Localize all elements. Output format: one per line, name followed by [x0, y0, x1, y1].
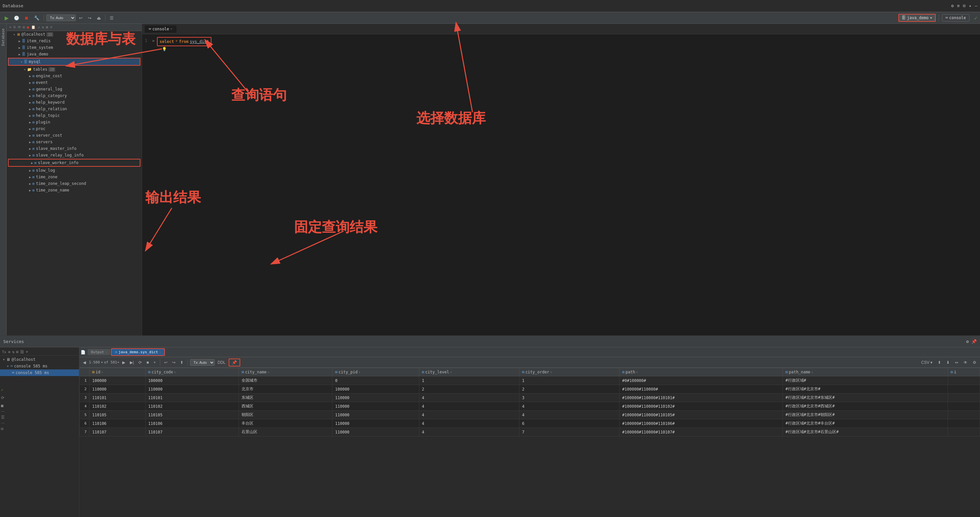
- tree-servers[interactable]: ▶ ⊞ servers: [6, 139, 142, 145]
- close-output[interactable]: ×: [105, 350, 107, 354]
- cell-city-pid[interactable]: 110000: [332, 411, 419, 419]
- close-tab-button[interactable]: ×: [170, 27, 172, 31]
- cell-path-name[interactable]: #行政区域#北京市#西城区#: [783, 402, 948, 411]
- next-page-btn[interactable]: ▶: [121, 360, 127, 365]
- cell-city-name[interactable]: 石景山区: [239, 428, 332, 436]
- cell-city-level[interactable]: 2: [419, 385, 519, 393]
- cancel-button[interactable]: ⏏: [95, 14, 103, 21]
- stop-button[interactable]: ⏹: [22, 14, 31, 21]
- tree-slave-worker-info[interactable]: ▶ ⊞ slave_worker_info: [9, 159, 140, 166]
- svc-list-icon[interactable]: ☰: [1, 415, 5, 420]
- table-row[interactable]: 2 110000 110000 北京市 100000 2 2 #100000#1…: [80, 385, 980, 393]
- th-city-name[interactable]: ⊞ city_name ⇅: [239, 368, 332, 376]
- cell-path[interactable]: #100000#110000#110106#: [619, 419, 783, 428]
- cell-city-name[interactable]: 西城区: [239, 402, 332, 411]
- history-button[interactable]: 🕐: [12, 14, 21, 21]
- cell-city-level[interactable]: 4: [419, 393, 519, 402]
- svc-split-btn[interactable]: ⇅: [12, 350, 14, 354]
- cell-city-name[interactable]: 东城区: [239, 393, 332, 402]
- cell-id[interactable]: 110101: [89, 393, 146, 402]
- cell-id[interactable]: 110106: [89, 419, 146, 428]
- undo-button[interactable]: ↩: [77, 14, 84, 21]
- cell-id[interactable]: 110000: [89, 385, 146, 393]
- cell-path[interactable]: #100000#110000#110102#: [619, 402, 783, 411]
- cell-city-name[interactable]: 丰台区: [239, 419, 332, 428]
- last-page-btn[interactable]: ▶|: [128, 360, 135, 365]
- table-row[interactable]: 5 110105 110105 朝阳区 110000 4 4 #100000#1…: [80, 411, 980, 419]
- top-gear-icon[interactable]: ✦: [969, 3, 971, 8]
- th-path[interactable]: ⊞ path ⇅: [619, 368, 783, 376]
- cell-city-code[interactable]: 100000: [145, 376, 239, 385]
- sidebar-query-btn[interactable]: ↗: [38, 25, 40, 29]
- th-city-level[interactable]: ⊞ city_level ⇅: [419, 368, 519, 376]
- cell-city-name[interactable]: 朝阳区: [239, 411, 332, 419]
- services-console-parent[interactable]: ▾ ⌨ console 585 ms: [0, 363, 79, 370]
- redo-button[interactable]: ↪: [86, 14, 94, 21]
- sort-icon-city-level[interactable]: ⇅: [450, 370, 452, 374]
- services-pin-icon[interactable]: 📌: [971, 339, 977, 344]
- cell-city-pid[interactable]: 100000: [332, 385, 419, 393]
- table-row[interactable]: 7 110107 110107 石景山区 110000 4 7 #100000#…: [80, 428, 980, 436]
- tree-slow-log[interactable]: ▶ ⊞ slow_log: [6, 167, 142, 174]
- cell-city-code[interactable]: 110000: [145, 385, 239, 393]
- tree-server-cost[interactable]: ▶ ⊞ server_cost: [6, 132, 142, 139]
- sort-icon-city-name[interactable]: ⇅: [267, 370, 269, 374]
- settings-result-btn[interactable]: ⚙: [971, 360, 978, 365]
- sort-icon-path-name[interactable]: ⇅: [811, 370, 813, 374]
- cell-path-name[interactable]: #行政区域#北京市#: [783, 385, 948, 393]
- cell-id[interactable]: 110105: [89, 411, 146, 419]
- sort-icon-city-pid[interactable]: ⇅: [358, 370, 360, 374]
- tree-item-java-demo[interactable]: ▶ 🗄 java_demo: [6, 51, 142, 57]
- pin-btn[interactable]: 📌: [230, 360, 239, 365]
- db-selector[interactable]: 🗄 java_demo ▾: [898, 14, 935, 22]
- services-console-child[interactable]: ⌨ console 585 ms: [0, 370, 79, 376]
- export-up-btn[interactable]: ⬆: [936, 360, 943, 365]
- compare-btn[interactable]: ⇔: [953, 360, 960, 365]
- tree-time-zone[interactable]: ▶ ⊞ time_zone: [6, 174, 142, 180]
- result-tab-java-demo[interactable]: ⊞ java_demo.sys_dict ×: [111, 348, 165, 356]
- cell-city-level[interactable]: 4: [419, 402, 519, 411]
- th-path-name[interactable]: ⊞ path_name ⇅: [783, 368, 948, 376]
- tx-auto-selector[interactable]: Tx: Auto Tx: Manual: [46, 14, 76, 21]
- sort-icon-id[interactable]: ⇅: [102, 370, 103, 374]
- tree-event[interactable]: ▶ ⊞ event: [6, 79, 142, 86]
- cell-city-pid[interactable]: 110000: [332, 393, 419, 402]
- export-csv-btn[interactable]: CSV ▾: [920, 360, 934, 365]
- stop-results-btn[interactable]: ■: [145, 360, 150, 365]
- close-java-demo[interactable]: ×: [159, 350, 161, 354]
- th-more[interactable]: ⊞ i: [948, 368, 980, 376]
- cell-path-name[interactable]: #行政区域#: [783, 376, 948, 385]
- cell-city-order[interactable]: 1: [519, 376, 619, 385]
- svc-col-icon[interactable]: ⊟: [1, 427, 5, 431]
- cell-id[interactable]: 110102: [89, 402, 146, 411]
- cell-city-code[interactable]: 110106: [145, 419, 239, 428]
- cell-path-name[interactable]: #行政区域#北京市#朝阳区#: [783, 411, 948, 419]
- cell-city-order[interactable]: 4: [519, 411, 619, 419]
- sort-icon-city-order[interactable]: ⇅: [550, 370, 552, 374]
- top-minus-icon[interactable]: —: [975, 3, 977, 8]
- cell-city-order[interactable]: 6: [519, 419, 619, 428]
- ddl-btn[interactable]: DDL: [216, 360, 228, 365]
- cell-city-order[interactable]: 4: [519, 402, 619, 411]
- console-tab-right[interactable]: ⌨ console: [942, 14, 970, 21]
- cell-path[interactable]: #0#100000#: [619, 376, 783, 385]
- sidebar-view-btn[interactable]: ⊞: [46, 25, 48, 29]
- cell-city-name[interactable]: 北京市: [239, 385, 332, 393]
- tree-time-zone-leap[interactable]: ▶ ⊞ time_zone_leap_second: [6, 180, 142, 187]
- tree-help-topic[interactable]: ▶ ⊞ help_topic: [6, 112, 142, 119]
- cell-city-level[interactable]: 4: [419, 428, 519, 436]
- tree-proc[interactable]: ▶ ⊞ proc: [6, 125, 142, 132]
- run-query-button[interactable]: ▶: [3, 14, 11, 22]
- tree-engine-cost[interactable]: ▶ ⊞ engine_cost: [6, 73, 142, 79]
- top-menu-icon[interactable]: ≡: [957, 3, 960, 8]
- svc-link-btn[interactable]: ⛓: [20, 350, 24, 354]
- sort-icon-path[interactable]: ⇅: [636, 370, 638, 374]
- cell-path[interactable]: #100000#110000#110101#: [619, 393, 783, 402]
- sidebar-sync-btn[interactable]: ⇅: [42, 25, 44, 29]
- top-settings-icon[interactable]: ⚙: [951, 3, 954, 8]
- cell-path-name[interactable]: #行政区域#北京市#石景山区#: [783, 428, 948, 436]
- th-city-code[interactable]: ⊞ city_code ⇅: [145, 368, 239, 376]
- sidebar-filter-btn[interactable]: ⊟: [23, 25, 25, 29]
- cell-path[interactable]: #100000#110000#110105#: [619, 411, 783, 419]
- sidebar-add-btn[interactable]: +: [9, 25, 11, 29]
